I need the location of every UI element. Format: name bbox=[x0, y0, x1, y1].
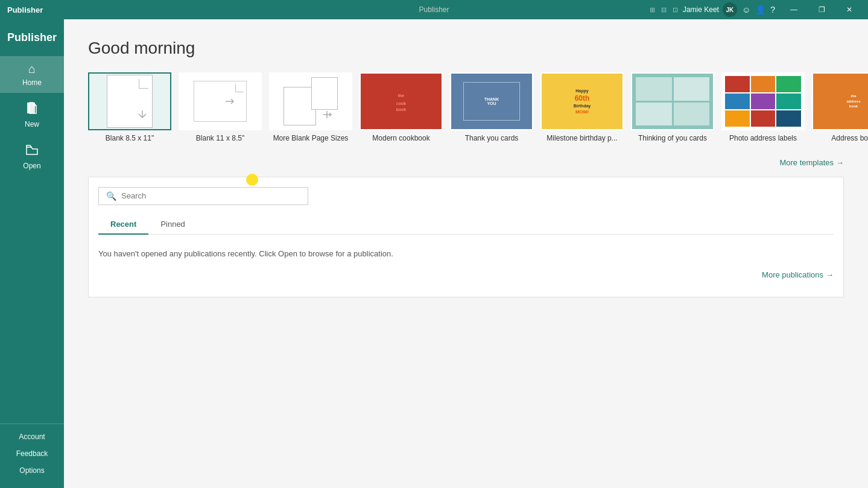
ribbon-icon-2: ⊟ bbox=[661, 6, 667, 14]
template-label-modern-cookbook: Modern cookbook bbox=[372, 134, 429, 144]
more-publications-row: More publications → bbox=[98, 270, 834, 279]
template-thumb-thank-you: THANKYOU bbox=[450, 72, 533, 130]
sidebar-brand: Publisher bbox=[7, 24, 57, 56]
ribbon-icons: ⊞ ⊟ ⊡ bbox=[650, 6, 678, 14]
tabs: Recent Pinned bbox=[98, 215, 834, 235]
sidebar-item-feedback[interactable]: Feedback bbox=[0, 446, 64, 461]
new-icon bbox=[25, 101, 39, 118]
tab-pinned[interactable]: Pinned bbox=[148, 215, 197, 235]
template-label-photo-addr: Photo address labels bbox=[729, 134, 797, 144]
smiley-icon[interactable]: ☺ bbox=[742, 5, 750, 14]
template-card-thank-you[interactable]: THANKYOU Thank you cards bbox=[450, 72, 533, 144]
template-thumb-more-sizes bbox=[269, 72, 352, 130]
recent-section: 🔍 Recent Pinned You haven't opened any p… bbox=[88, 177, 844, 297]
user-info[interactable]: Jamie Keet JK bbox=[683, 2, 737, 17]
home-icon: ⌂ bbox=[28, 62, 36, 76]
thankyou-cover-visual: THANKYOU bbox=[451, 74, 532, 129]
template-label-milestone: Milestone birthday p... bbox=[546, 134, 617, 144]
template-label-thinking: Thinking of you cards bbox=[638, 134, 707, 144]
template-card-blank-landscape[interactable]: Blank 11 x 8.5" bbox=[179, 72, 262, 144]
sidebar-item-new[interactable]: New bbox=[0, 95, 64, 135]
template-thumb-thinking bbox=[631, 72, 714, 130]
title-bar-right: ⊞ ⊟ ⊡ Jamie Keet JK ☺ 👤 ? — ❐ ✕ bbox=[650, 0, 863, 19]
user-name: Jamie Keet bbox=[683, 5, 719, 14]
template-label-blank-letter: Blank 8.5 x 11" bbox=[106, 134, 154, 144]
template-card-modern-cookbook[interactable]: the cook book Modern cookbook bbox=[360, 72, 443, 144]
minimize-button[interactable]: — bbox=[780, 0, 808, 19]
template-card-thinking[interactable]: Thinking of you cards bbox=[631, 72, 714, 144]
template-card-addrbook[interactable]: theaddressbook Address book bbox=[812, 72, 868, 144]
empty-message: You haven't opened any publications rece… bbox=[98, 244, 834, 263]
cookbook-cover-visual: the cook book bbox=[361, 74, 442, 129]
sidebar: Publisher ⌂ Home New Open Account Feedba… bbox=[0, 19, 64, 488]
ribbon-icon-3: ⊡ bbox=[673, 6, 678, 14]
title-bar: Publisher Publisher ⊞ ⊟ ⊡ Jamie Keet JK … bbox=[0, 0, 868, 19]
sidebar-nav: ⌂ Home New Open bbox=[0, 56, 64, 423]
template-label-thank-you: Thank you cards bbox=[465, 134, 519, 144]
sidebar-home-label: Home bbox=[22, 78, 42, 87]
ribbon-icon-1: ⊞ bbox=[650, 6, 655, 14]
open-icon bbox=[25, 143, 39, 159]
window-controls: — ❐ ✕ bbox=[780, 0, 863, 19]
title-bar-app-name: Publisher bbox=[5, 5, 43, 14]
people-icon[interactable]: 👤 bbox=[755, 5, 765, 14]
user-avatar[interactable]: JK bbox=[723, 2, 737, 17]
more-publications-link[interactable]: More publications → bbox=[762, 270, 834, 279]
template-thumb-addrbook: theaddressbook bbox=[812, 72, 868, 130]
sidebar-item-account[interactable]: Account bbox=[0, 429, 64, 445]
templates-row: Blank 8.5 x 11" Blank 11 x 8.5" bbox=[88, 72, 844, 144]
template-label-addrbook: Address book bbox=[831, 134, 868, 144]
template-card-milestone[interactable]: Happy 60th Birthday MOM! Milestone birth… bbox=[540, 72, 624, 144]
restore-button[interactable]: ❐ bbox=[808, 0, 835, 19]
template-thumb-blank-landscape bbox=[179, 72, 262, 130]
app-body: Publisher ⌂ Home New Open Account Feedba… bbox=[0, 19, 868, 488]
svg-rect-0 bbox=[27, 103, 35, 113]
sidebar-item-options[interactable]: Options bbox=[0, 463, 64, 478]
search-bar[interactable]: 🔍 bbox=[98, 187, 308, 205]
tab-recent[interactable]: Recent bbox=[98, 215, 148, 235]
templates-section: Blank 8.5 x 11" Blank 11 x 8.5" bbox=[88, 72, 844, 144]
page-title: Good morning bbox=[88, 39, 844, 58]
sidebar-bottom: Account Feedback Options bbox=[0, 423, 64, 488]
template-label-more-sizes: More Blank Page Sizes bbox=[273, 134, 349, 144]
sidebar-item-home[interactable]: ⌂ Home bbox=[0, 56, 64, 93]
template-card-blank-letter[interactable]: Blank 8.5 x 11" bbox=[88, 72, 171, 144]
template-thumb-modern-cookbook: the cook book bbox=[360, 72, 443, 130]
title-bar-center-text: Publisher bbox=[419, 5, 449, 14]
template-label-blank-landscape: Blank 11 x 8.5" bbox=[196, 134, 244, 144]
sidebar-item-open[interactable]: Open bbox=[0, 137, 64, 176]
sidebar-open-label: Open bbox=[23, 162, 40, 170]
close-button[interactable]: ✕ bbox=[835, 0, 863, 19]
template-thumb-photo-addr bbox=[721, 72, 805, 130]
search-icon: 🔍 bbox=[106, 191, 116, 201]
template-thumb-blank-letter bbox=[88, 72, 171, 130]
more-templates-link[interactable]: More templates → bbox=[779, 158, 844, 167]
more-templates-row: More templates → bbox=[88, 158, 844, 167]
template-card-more-sizes[interactable]: More Blank Page Sizes bbox=[269, 72, 352, 144]
main-content: Good morning Blank 8.5 x 11" bbox=[64, 19, 868, 488]
template-card-photo-addr[interactable]: Photo address labels bbox=[721, 72, 805, 144]
help-icon[interactable]: ? bbox=[770, 5, 775, 14]
sidebar-new-label: New bbox=[25, 120, 39, 128]
template-thumb-milestone: Happy 60th Birthday MOM! bbox=[540, 72, 624, 130]
search-input[interactable] bbox=[121, 191, 300, 200]
